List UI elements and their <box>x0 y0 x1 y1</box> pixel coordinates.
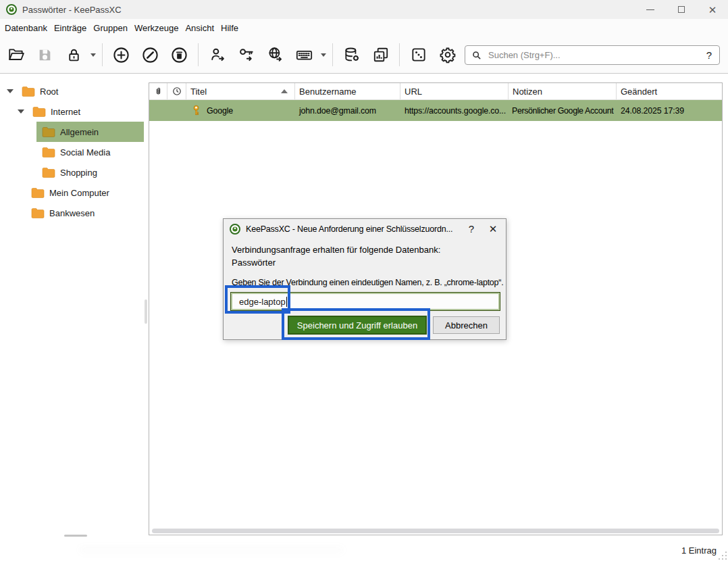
dialog-title: KeePassXC - Neue Anforderung einer Schlü… <box>246 224 463 234</box>
copy-password-button[interactable] <box>232 41 261 69</box>
dialog-message-line2: Passwörter <box>232 256 440 269</box>
autotype-button[interactable] <box>290 41 319 69</box>
menu-gruppen[interactable]: Gruppen <box>90 20 131 35</box>
add-entry-button[interactable] <box>107 41 136 69</box>
tree-item-label: Root <box>40 87 58 97</box>
maximize-button[interactable] <box>666 0 697 19</box>
menu-datenbank[interactable]: Datenbank <box>1 20 51 35</box>
column-notes[interactable]: Notizen <box>509 83 617 99</box>
search-input[interactable] <box>488 50 699 60</box>
panel-splitter[interactable] <box>145 299 147 324</box>
open-url-button[interactable] <box>261 41 290 69</box>
status-entry-count: 1 Eintrag <box>681 545 717 556</box>
lock-dropdown-arrow[interactable] <box>88 53 98 57</box>
person-arrow-icon <box>209 46 226 64</box>
search-icon <box>471 50 482 61</box>
tree-item-label: Internet <box>51 107 80 117</box>
column-modified[interactable]: Geändert <box>617 83 722 99</box>
copy-username-button[interactable] <box>203 41 232 69</box>
lock-icon <box>66 47 82 64</box>
table-header: Titel Benutzername URL Notizen Geändert <box>149 83 722 100</box>
tree-item-root[interactable]: Root <box>0 81 148 101</box>
open-database-button[interactable] <box>1 41 30 69</box>
search-box: ? <box>465 45 720 65</box>
edit-entry-button[interactable] <box>136 41 165 69</box>
lock-database-button[interactable] <box>59 41 88 69</box>
blurred-region <box>80 547 343 553</box>
toolbar-separator <box>399 43 400 66</box>
annotation-box-accept <box>282 308 430 340</box>
gear-icon <box>439 46 457 64</box>
globe-arrow-icon <box>267 46 284 64</box>
expander-icon[interactable] <box>4 89 19 93</box>
menu-hilfe[interactable]: Hilfe <box>217 20 242 35</box>
tree-item-label: Allgemein <box>60 127 99 137</box>
menu-bar: Datenbank Einträge Gruppen Werkzeuge Ans… <box>0 19 728 36</box>
tree-item-allgemein[interactable]: Allgemein <box>0 122 148 142</box>
folder-icon <box>42 147 55 157</box>
tree-item-label: Mein Computer <box>49 188 109 198</box>
dice-icon <box>410 46 427 64</box>
search-help-button[interactable]: ? <box>699 49 719 61</box>
entry-modified: 24.08.2025 17:39 <box>617 100 722 121</box>
entry-url: https://accounts.google.co... <box>400 100 509 121</box>
tree-item-shopping[interactable]: Shopping <box>0 162 148 182</box>
resize-grip[interactable] <box>718 551 727 560</box>
database-gear-icon <box>343 46 361 64</box>
folder-icon <box>42 126 55 137</box>
column-expiry[interactable] <box>167 83 186 99</box>
delete-entry-button[interactable] <box>165 41 194 69</box>
keepassxc-logo-icon <box>6 4 17 15</box>
folder-icon <box>31 208 45 218</box>
menu-ansicht[interactable]: Ansicht <box>182 20 217 35</box>
keyboard-icon <box>295 46 313 64</box>
tree-item-label: Social Media <box>60 147 110 157</box>
column-url[interactable]: URL <box>400 83 509 99</box>
cancel-button[interactable]: Abbrechen <box>433 316 500 334</box>
dialog-help-button[interactable]: ? <box>463 219 480 239</box>
tree-item-internet[interactable]: Internet <box>0 101 148 122</box>
password-generator-button[interactable] <box>404 41 433 69</box>
window-title: Passwörter - KeePassXC <box>22 5 122 15</box>
column-username[interactable]: Benutzername <box>295 83 400 99</box>
column-attachment[interactable] <box>149 83 167 99</box>
entry-row-google[interactable]: Google john.doe@gmail.com https://accoun… <box>149 100 722 121</box>
group-tree: Root Internet Allgemein <box>0 74 148 535</box>
toolbar-separator <box>102 43 103 66</box>
paperclip-icon <box>154 87 163 96</box>
database-settings-button[interactable] <box>337 41 366 69</box>
column-title[interactable]: Titel <box>186 83 295 99</box>
tree-item-social-media[interactable]: Social Media <box>0 142 148 162</box>
folder-icon <box>32 106 46 117</box>
tree-item-mein-computer[interactable]: Mein Computer <box>0 182 148 203</box>
tree-item-bankwesen[interactable]: Bankwesen <box>0 203 148 223</box>
key-icon <box>190 105 202 116</box>
save-icon <box>36 47 53 64</box>
dialog-message-line1: Verbindungsanfrage erhalten für folgende… <box>232 243 440 256</box>
key-arrow-icon <box>238 46 255 64</box>
tree-item-label: Bankwesen <box>49 208 95 218</box>
reports-button[interactable] <box>366 41 395 69</box>
dialog-close-button[interactable]: ✕ <box>484 219 502 239</box>
toolbar-separator <box>332 43 333 66</box>
autotype-dropdown-arrow[interactable] <box>319 53 328 57</box>
clock-icon <box>172 87 182 96</box>
folder-icon <box>42 167 55 178</box>
dialog-title-bar: KeePassXC - Neue Anforderung einer Schlü… <box>224 219 506 239</box>
annotation-box-input <box>225 285 290 314</box>
settings-button[interactable] <box>433 41 462 69</box>
title-bar: Passwörter - KeePassXC ✕ <box>0 0 728 19</box>
tree-hscrollbar[interactable] <box>64 535 87 537</box>
menu-werkzeuge[interactable]: Werkzeuge <box>131 20 182 35</box>
trash-circle-icon <box>170 46 188 64</box>
minimize-button[interactable] <box>635 0 666 19</box>
expander-icon[interactable] <box>15 109 30 114</box>
menu-eintraege[interactable]: Einträge <box>51 20 90 35</box>
save-database-button[interactable] <box>30 41 59 69</box>
sort-ascending-icon <box>281 89 288 93</box>
table-hscrollbar[interactable] <box>152 529 719 533</box>
close-button[interactable]: ✕ <box>697 0 728 19</box>
entry-title: Google <box>207 106 233 116</box>
entry-notes: Persönlicher Google Account <box>509 100 617 121</box>
tree-item-label: Shopping <box>60 168 97 178</box>
